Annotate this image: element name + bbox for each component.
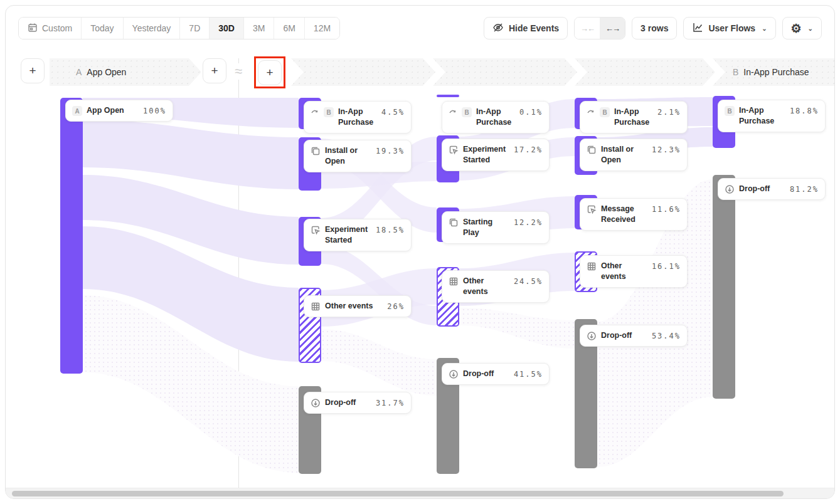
node-drop-off-s2[interactable]: Drop-off 41.5% bbox=[442, 363, 550, 385]
drop-off-icon bbox=[449, 369, 459, 379]
node-experiment-started-s2[interactable]: Experiment Started 17.2% bbox=[442, 139, 550, 171]
node-other-events-s3[interactable]: Other events 16.1% bbox=[580, 255, 688, 288]
trend-arrow-icon bbox=[587, 107, 595, 116]
grid-icon bbox=[311, 302, 321, 312]
drop-off-icon bbox=[587, 331, 597, 341]
bar-drop-off-final[interactable] bbox=[713, 175, 735, 399]
step-b-badge: B bbox=[725, 106, 735, 116]
add-step-middle-button[interactable]: + bbox=[258, 60, 282, 85]
node-message-received-s3[interactable]: Message Received 11.6% bbox=[580, 198, 688, 231]
node-drop-off-s1[interactable]: Drop-off 31.7% bbox=[304, 392, 412, 414]
step-b-badge: B bbox=[324, 107, 334, 117]
trend-arrow-icon bbox=[311, 107, 319, 116]
approx-symbol: ≈ bbox=[233, 63, 244, 80]
click-cursor-icon bbox=[449, 145, 459, 155]
horizontal-scrollbar-thumb[interactable] bbox=[12, 491, 784, 496]
horizontal-scrollbar-track[interactable] bbox=[6, 488, 834, 498]
node-other-events-s2[interactable]: Other events 24.5% bbox=[442, 270, 550, 303]
node-drop-off-s3[interactable]: Drop-off 53.4% bbox=[580, 325, 688, 347]
flows-canvas: Custom Today Yesterday 7D 30D 3M 6M 12M … bbox=[5, 5, 835, 499]
click-cursor-icon bbox=[311, 225, 321, 235]
bar-app-open[interactable] bbox=[60, 98, 83, 374]
drop-off-icon bbox=[311, 398, 321, 408]
step-b-badge: B bbox=[600, 107, 610, 117]
node-other-events-s1[interactable]: Other events 26% bbox=[304, 295, 412, 317]
step-b-badge: B bbox=[462, 107, 472, 117]
node-inapp-purchase-final[interactable]: B In-App Purchase 18.8% bbox=[718, 100, 826, 132]
click-cursor-icon bbox=[587, 204, 597, 214]
bar-inapp-purchase-s2[interactable] bbox=[437, 95, 459, 97]
node-inapp-purchase-s2[interactable]: B In-App Purchase 0.1% bbox=[442, 101, 550, 134]
node-drop-off-final[interactable]: Drop-off 81.2% bbox=[718, 178, 826, 200]
grid-icon bbox=[587, 261, 597, 271]
add-step-after-a-button[interactable]: + bbox=[203, 58, 226, 83]
node-experiment-started-s1[interactable]: Experiment Started 18.5% bbox=[304, 219, 412, 251]
overlap-squares-icon bbox=[587, 145, 597, 155]
trend-arrow-icon bbox=[449, 107, 457, 116]
drop-off-icon bbox=[725, 184, 735, 194]
add-step-before-button[interactable]: + bbox=[21, 58, 45, 83]
sankey-ribbons bbox=[6, 6, 835, 499]
grid-icon bbox=[449, 276, 459, 286]
node-inapp-purchase-s1[interactable]: B In-App Purchase 4.5% bbox=[304, 101, 412, 134]
node-install-or-open-s1[interactable]: Install or Open 19.3% bbox=[304, 140, 412, 172]
overlap-squares-icon bbox=[311, 146, 321, 156]
overlap-squares-icon bbox=[449, 218, 459, 228]
step-a-badge: A bbox=[72, 106, 82, 116]
node-install-or-open-s3[interactable]: Install or Open 12.3% bbox=[580, 139, 688, 171]
node-starting-play-s2[interactable]: Starting Play 12.2% bbox=[442, 211, 550, 244]
node-app-open[interactable]: A App Open 100% bbox=[65, 100, 173, 122]
node-inapp-purchase-s3[interactable]: B In-App Purchase 2.1% bbox=[580, 101, 688, 134]
